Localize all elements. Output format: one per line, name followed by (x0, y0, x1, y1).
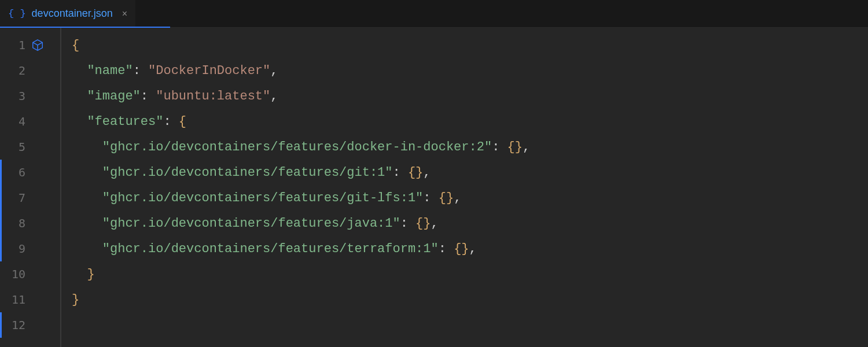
modified-line-indicator (0, 211, 2, 236)
editor: 123456789101112 { "name": "DockerInDocke… (0, 28, 868, 347)
container-icon (31, 39, 44, 51)
code-line[interactable]: "name": "DockerInDocker", (72, 58, 868, 83)
gutter-row: 11 (0, 287, 60, 312)
token: , (523, 140, 530, 154)
code-line[interactable]: "features": { (72, 109, 868, 134)
line-number: 1 (0, 38, 29, 52)
modified-line-indicator (0, 160, 2, 185)
code-line[interactable]: } (72, 261, 868, 287)
modified-line-indicator (0, 236, 2, 261)
token: , (431, 216, 439, 231)
token: "name" (87, 64, 133, 78)
code-line[interactable]: { (72, 32, 868, 58)
token: } (72, 293, 79, 307)
token: "DockerInDocker" (148, 64, 270, 78)
modified-line-indicator (0, 312, 2, 338)
token: {} (439, 191, 454, 205)
token: : (133, 64, 148, 78)
code-line[interactable] (72, 312, 868, 338)
token: {} (415, 216, 431, 231)
gutter-icon-slot (29, 39, 46, 51)
line-number: 5 (0, 140, 29, 154)
line-number: 10 (0, 267, 29, 281)
code-line[interactable]: "ghcr.io/devcontainers/features/git:1": … (72, 160, 868, 185)
gutter: 123456789101112 (0, 28, 60, 347)
line-number: 9 (0, 242, 29, 256)
code-line[interactable]: } (72, 287, 868, 312)
code-line[interactable]: "image": "ubuntu:latest", (72, 83, 868, 109)
tab-filename: devcontainer.json (32, 8, 113, 20)
token: "ghcr.io/devcontainers/features/java:1" (102, 216, 400, 231)
token: "ghcr.io/devcontainers/features/git:1" (102, 165, 393, 180)
token: , (423, 165, 431, 180)
code-area[interactable]: { "name": "DockerInDocker", "image": "ub… (60, 28, 868, 347)
token: : (393, 165, 408, 180)
modified-line-indicator (0, 185, 2, 211)
token: {} (507, 140, 523, 154)
token: : (163, 115, 178, 129)
line-number: 7 (0, 191, 29, 205)
gutter-row: 5 (0, 134, 60, 160)
token: {} (454, 242, 469, 256)
line-number: 6 (0, 165, 29, 179)
close-icon[interactable]: × (122, 9, 127, 19)
token: "features" (87, 115, 163, 129)
token: } (87, 267, 94, 282)
token: "ubuntu:latest" (156, 89, 270, 104)
gutter-row: 10 (0, 261, 60, 287)
code-line[interactable]: "ghcr.io/devcontainers/features/terrafor… (72, 236, 868, 261)
active-tab-indicator (0, 27, 135, 28)
token: {} (408, 165, 423, 180)
gutter-row: 4 (0, 109, 60, 134)
token: { (179, 115, 186, 129)
token: "ghcr.io/devcontainers/features/git-lfs:… (102, 191, 424, 205)
editor-tab[interactable]: { } devcontainer.json × (0, 0, 135, 27)
code-line[interactable]: "ghcr.io/devcontainers/features/git-lfs:… (72, 185, 868, 211)
token: { (72, 38, 79, 53)
token: "ghcr.io/devcontainers/features/terrafor… (102, 242, 439, 256)
gutter-row: 8 (0, 211, 60, 236)
gutter-row: 2 (0, 58, 60, 83)
token: : (492, 140, 507, 154)
json-file-icon: { } (8, 8, 26, 19)
token: : (423, 191, 438, 205)
token: : (141, 89, 156, 104)
line-number: 12 (0, 318, 29, 332)
gutter-row: 7 (0, 185, 60, 211)
line-number: 8 (0, 216, 29, 230)
gutter-row: 9 (0, 236, 60, 261)
active-tab-indicator-extension (135, 27, 170, 28)
tab-bar: { } devcontainer.json × (0, 0, 868, 28)
token: : (400, 216, 415, 231)
token: : (439, 242, 454, 256)
line-number: 3 (0, 89, 29, 103)
token: , (469, 242, 477, 256)
token: "image" (87, 89, 140, 104)
token: , (454, 191, 461, 205)
line-number: 2 (0, 64, 29, 77)
token: , (270, 64, 278, 78)
code-line[interactable]: "ghcr.io/devcontainers/features/docker-i… (72, 134, 868, 160)
token: , (270, 89, 278, 104)
line-number: 11 (0, 293, 29, 307)
token: "ghcr.io/devcontainers/features/docker-i… (102, 140, 492, 154)
line-number: 4 (0, 115, 29, 128)
gutter-row: 3 (0, 83, 60, 109)
gutter-row: 6 (0, 160, 60, 185)
gutter-row: 1 (0, 32, 60, 58)
code-line[interactable]: "ghcr.io/devcontainers/features/java:1":… (72, 211, 868, 236)
gutter-row: 12 (0, 312, 60, 338)
